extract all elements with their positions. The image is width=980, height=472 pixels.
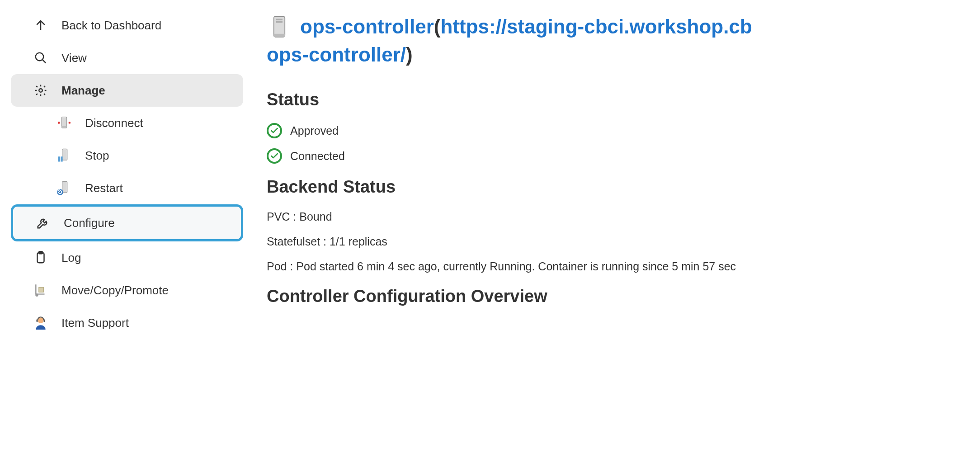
sidebar-item-support[interactable]: Item Support [11,307,243,339]
sidebar-item-manage[interactable]: Manage [11,74,243,107]
sidebar-item-label: Back to Dashboard [61,19,161,33]
controller-name-link[interactable]: ops-controller [300,13,434,41]
sidebar-item-label: Move/Copy/Promote [61,283,169,297]
status-connected: Connected [267,148,980,164]
svg-rect-19 [276,21,283,23]
status-label: Approved [290,124,339,137]
sidebar-item-view[interactable]: View [11,42,243,74]
backend-status-heading: Backend Status [267,177,980,197]
sidebar: Back to Dashboard View Manage Disconnect [0,0,250,472]
sidebar-item-label: View [61,51,87,65]
controller-url-link[interactable]: https://staging-cbci.workshop.cb [440,13,752,41]
sidebar-item-label: Disconnect [85,116,143,130]
wrench-icon [35,215,51,231]
paren-close: ) [406,41,413,69]
sidebar-item-log[interactable]: Log [11,241,243,274]
svg-rect-14 [36,320,38,322]
search-icon [33,50,49,66]
clipboard-icon [33,250,49,266]
sidebar-item-label: Log [61,251,81,265]
config-overview-heading: Controller Configuration Overview [267,287,980,306]
sidebar-item-label: Manage [61,84,105,98]
svg-rect-17 [274,34,285,37]
sidebar-item-move[interactable]: Move/Copy/Promote [11,274,243,307]
svg-rect-12 [39,288,44,293]
svg-rect-5 [58,156,61,161]
svg-rect-4 [62,149,67,160]
sidebar-item-configure[interactable]: Configure [11,204,243,241]
arrow-up-icon [33,17,49,33]
svg-rect-3 [61,126,66,128]
gear-icon [33,82,49,99]
server-disconnect-icon [56,115,72,131]
sidebar-item-label: Item Support [61,316,129,330]
backend-pvc: PVC : Bound [267,210,980,223]
svg-point-1 [39,89,42,92]
status-label: Connected [290,150,345,163]
svg-rect-15 [43,320,45,322]
sidebar-item-label: Configure [64,216,115,230]
check-icon [267,148,282,164]
svg-point-8 [57,189,63,195]
backend-pod: Pod : Pod started 6 min 4 sec ago, curre… [267,260,980,273]
server-stop-icon [56,147,72,164]
check-icon [267,123,282,138]
paren-open: ( [434,13,441,41]
support-person-icon [33,315,49,331]
backend-statefulset: Statefulset : 1/1 replicas [267,235,980,248]
server-restart-icon [56,180,72,196]
status-approved: Approved [267,123,980,138]
sidebar-item-disconnect[interactable]: Disconnect [11,107,243,139]
sidebar-item-label: Stop [85,149,109,163]
page-title: ops-controller ( https://staging-cbci.wo… [267,13,980,68]
svg-point-11 [35,293,38,296]
controller-url-line2-link[interactable]: ops-controller/ [267,41,406,69]
sidebar-item-restart[interactable]: Restart [11,172,243,204]
svg-rect-18 [276,19,283,20]
main-content: ops-controller ( https://staging-cbci.wo… [250,0,980,472]
status-heading: Status [267,90,980,109]
sidebar-item-label: Restart [85,181,123,195]
sidebar-item-back[interactable]: Back to Dashboard [11,9,243,42]
server-icon [267,14,292,39]
svg-rect-6 [61,156,63,161]
hand-truck-icon [33,282,49,298]
svg-point-0 [36,53,44,61]
sidebar-item-stop[interactable]: Stop [11,139,243,172]
